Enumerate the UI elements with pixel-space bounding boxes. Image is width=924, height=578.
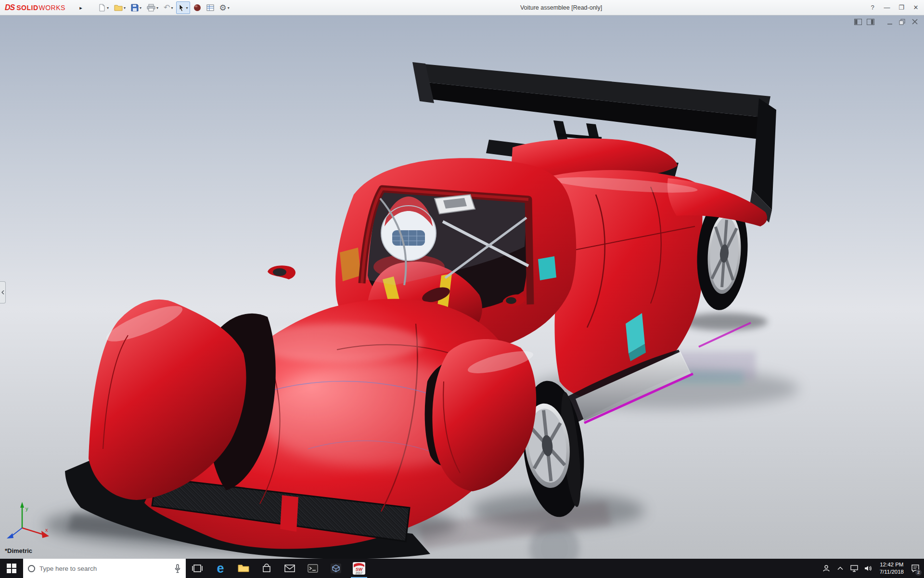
new-document-icon: [98, 4, 106, 12]
notification-badge: 2: [915, 569, 922, 576]
search-input[interactable]: [39, 565, 170, 572]
mail-button[interactable]: [278, 559, 301, 578]
clock-date: 7/11/2018: [880, 568, 904, 576]
file-explorer-icon: [238, 564, 249, 573]
solidworks-logo: DS SOLID WORKS: [5, 0, 65, 15]
doc-minimize-button[interactable]: [886, 18, 894, 26]
window-controls: ? — ❐ ✕: [865, 0, 923, 15]
pane-right-icon: [867, 19, 874, 25]
appearance-sphere-icon: [193, 4, 201, 12]
dropdown-caret: ▾: [140, 6, 141, 10]
rollbar-padding-orange: [340, 248, 361, 281]
cube-app-button[interactable]: [324, 559, 347, 578]
ds-logo-mark: DS: [5, 3, 14, 12]
doc-close-button[interactable]: [911, 18, 919, 26]
design-table-icon: [206, 4, 214, 11]
menu-flyout-arrow-icon[interactable]: ▸: [77, 3, 85, 13]
task-view-icon: [192, 564, 203, 573]
edge-button[interactable]: e: [209, 559, 232, 578]
new-document-button[interactable]: ▾: [96, 1, 111, 14]
appearance-button[interactable]: [192, 1, 203, 14]
left-mirror[interactable]: [268, 265, 295, 279]
undo-button[interactable]: ↶ ▾: [162, 1, 175, 14]
triad-x-label: x: [45, 527, 48, 533]
triad-y-label: y: [26, 506, 28, 512]
task-view-button[interactable]: [186, 559, 209, 578]
doc-minimize-icon: [886, 19, 893, 25]
brand-works: WORKS: [39, 4, 65, 12]
help-button[interactable]: ?: [865, 0, 880, 15]
people-icon: [822, 565, 830, 572]
dropdown-caret: ▾: [156, 6, 158, 10]
windows-taskbar: e SW 2017: [0, 559, 924, 578]
dropdown-caret: ▾: [107, 6, 109, 10]
document-window-controls: [854, 18, 919, 26]
undo-icon: ↶: [164, 4, 170, 12]
select-tool-button[interactable]: ▾: [176, 1, 190, 14]
save-floppy-icon: [131, 4, 139, 12]
taskbar-search-box[interactable]: [23, 559, 186, 578]
solidworks-app-icon: SW 2017: [353, 562, 365, 575]
network-icon: [850, 565, 858, 572]
feature-manager-collapsed-tab[interactable]: [0, 281, 6, 303]
cortana-icon: [28, 565, 35, 572]
svg-text:2017: 2017: [356, 571, 363, 575]
people-button[interactable]: [820, 559, 834, 578]
options-gear-icon: ⚙: [219, 4, 227, 12]
car-model[interactable]: [65, 62, 776, 559]
design-table-button[interactable]: [205, 1, 216, 14]
store-bag-icon: [262, 564, 271, 573]
dropdown-caret: ▾: [228, 6, 230, 10]
dropdown-caret: ▾: [186, 6, 188, 10]
store-button[interactable]: [255, 559, 278, 578]
brand-solid: SOLID: [16, 4, 38, 12]
pane-right-button[interactable]: [866, 18, 875, 26]
action-center-button[interactable]: 2: [908, 559, 922, 578]
graphics-area[interactable]: y x *Dimetric: [0, 15, 924, 559]
close-button[interactable]: ✕: [909, 0, 923, 15]
system-tray: 12:42 PM 7/11/2018 2: [820, 559, 924, 578]
doc-restore-icon: [899, 19, 906, 25]
solidworks-taskbar-button[interactable]: SW 2017: [347, 559, 371, 578]
pane-left-button[interactable]: [854, 18, 862, 26]
interior-teal-panel: [538, 256, 556, 280]
cube-app-icon: [331, 564, 341, 573]
cowl-highlight: [250, 324, 424, 362]
save-button[interactable]: ▾: [129, 1, 143, 14]
terminal-icon: [308, 564, 318, 573]
solidworks-window: DS SOLID WORKS ▸ ▾ ▾ ▾ ▾ ↶: [0, 0, 924, 578]
car-scene: y x: [0, 15, 924, 559]
clock-time: 12:42 PM: [880, 561, 904, 568]
restore-button[interactable]: ❐: [894, 0, 909, 15]
windows-logo-icon: [7, 564, 16, 573]
doc-restore-button[interactable]: [898, 18, 907, 26]
hidden-icons-button[interactable]: [834, 559, 847, 578]
dropdown-caret: ▾: [171, 6, 173, 10]
pane-left-icon: [854, 19, 862, 25]
print-icon: [147, 4, 155, 12]
terminal-button[interactable]: [301, 559, 324, 578]
title-bar: DS SOLID WORKS ▸ ▾ ▾ ▾ ▾ ↶: [0, 0, 924, 15]
document-title: Voiture assemblee [Read-only]: [520, 0, 602, 15]
print-button[interactable]: ▾: [145, 1, 160, 14]
minimize-button[interactable]: —: [880, 0, 894, 15]
options-button[interactable]: ⚙ ▾: [218, 1, 231, 14]
volume-button[interactable]: [861, 559, 875, 578]
select-cursor-icon: [178, 4, 185, 12]
network-button[interactable]: [847, 559, 861, 578]
doc-close-icon: [911, 19, 918, 25]
open-folder-icon: [114, 4, 123, 11]
microphone-icon[interactable]: [174, 564, 181, 573]
open-button[interactable]: ▾: [112, 1, 128, 14]
quick-access-toolbar: ▾ ▾ ▾ ▾ ↶ ▾ ▾: [96, 0, 231, 15]
taskbar-clock[interactable]: 12:42 PM 7/11/2018: [875, 561, 908, 576]
view-orientation-label: *Dimetric: [5, 547, 32, 554]
chevron-up-icon: [837, 566, 843, 570]
file-explorer-button[interactable]: [232, 559, 255, 578]
dropdown-caret: ▾: [124, 6, 126, 10]
expand-panel-arrow-icon: [1, 290, 4, 294]
volume-icon: [864, 565, 872, 572]
orientation-triad: y x: [7, 502, 49, 539]
start-button[interactable]: [0, 559, 23, 578]
mail-envelope-icon: [284, 565, 295, 572]
